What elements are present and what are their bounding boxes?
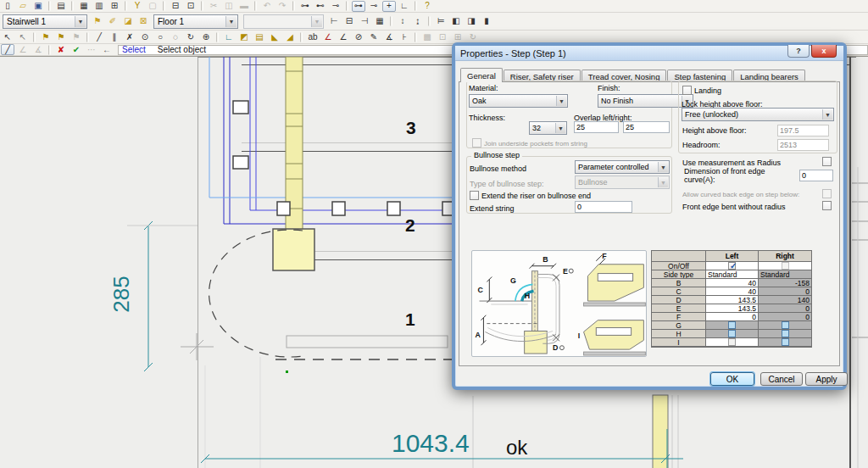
constraint-free-icon[interactable]: ⊸ <box>367 1 381 12</box>
side-option-left-checkbox[interactable] <box>728 338 736 346</box>
side-option-right-checkbox[interactable] <box>782 338 789 346</box>
cut-icon[interactable]: ✂ <box>207 1 220 12</box>
stair-points-icon[interactable]: Y <box>131 1 144 12</box>
angle-dimension-icon[interactable]: ∠ <box>321 31 335 42</box>
left-value-cell[interactable]: 143.5 <box>706 304 759 313</box>
confirm-draw-icon[interactable]: ✔ <box>70 44 83 55</box>
front-edge-bent-checkbox[interactable] <box>822 201 832 210</box>
pocket-icon[interactable]: ▤ <box>253 31 266 42</box>
erase-line-icon[interactable]: ✗ <box>123 31 136 42</box>
fit-window-icon[interactable]: ⊞ <box>108 1 121 12</box>
form-view-icon[interactable]: ▥ <box>92 1 106 12</box>
bevel-icon[interactable]: ◩ <box>237 31 251 42</box>
side-option-right-checkbox[interactable] <box>782 321 789 329</box>
rotate-icon[interactable]: ↻ <box>184 31 198 42</box>
parallel-line-icon[interactable]: ∥ <box>108 31 121 42</box>
line-icon[interactable]: ╱ <box>92 31 106 42</box>
report-icon[interactable]: ▤ <box>54 1 68 12</box>
stairwell-select[interactable]: Stairwell 1 ▼ <box>3 14 87 29</box>
cancel-button[interactable]: Cancel <box>760 372 803 386</box>
side-option-right-checkbox[interactable] <box>782 330 789 337</box>
ok-button[interactable]: OK <box>710 372 754 386</box>
select-multi-icon[interactable]: ↖ <box>16 31 30 42</box>
link-settings-icon[interactable]: ⊷ <box>314 1 327 12</box>
stairwell-flag-icon[interactable]: ⚑ <box>91 16 104 27</box>
wedge-right-icon[interactable]: ◢ <box>283 31 297 42</box>
zoom-extents-icon[interactable]: ⊞ <box>451 31 465 42</box>
corner-reference-icon[interactable]: ∟ <box>398 1 411 12</box>
align-center-icon[interactable]: ⊟ <box>342 16 356 27</box>
material-select[interactable]: Oak ▼ <box>469 94 568 108</box>
attach-icon[interactable]: ⊦ <box>398 31 411 42</box>
materials-icon[interactable]: ◪ <box>121 16 135 27</box>
apply-button[interactable]: Apply <box>805 372 848 386</box>
extend-string-input[interactable] <box>575 201 632 213</box>
wedge-left-icon[interactable]: ◣ <box>268 31 281 42</box>
copy-icon[interactable]: ◫ <box>222 1 236 12</box>
bullnose-method-select[interactable]: Parameter controlled ▼ <box>575 160 670 174</box>
constraint-pair-icon[interactable]: ⊶ <box>352 1 365 12</box>
layers-icon[interactable]: ⊠ <box>136 16 150 27</box>
extend-riser-checkbox[interactable] <box>470 191 479 200</box>
text-icon[interactable]: ab <box>306 31 320 42</box>
thickness-select[interactable]: 32 ▼ <box>529 121 567 135</box>
print-preview-icon[interactable]: ⊡ <box>184 1 198 12</box>
circle-center-icon[interactable]: ⊙ <box>138 31 152 42</box>
help-icon[interactable]: ? <box>420 1 434 12</box>
help-button[interactable]: ? <box>787 45 810 58</box>
sketch-icon[interactable]: ✎ <box>367 31 381 42</box>
onoff-right-checkbox[interactable] <box>782 262 789 270</box>
close-button[interactable]: x <box>811 45 837 58</box>
back-icon[interactable]: ← <box>100 44 114 55</box>
dialog-titlebar[interactable]: Properties - Step (Step 1) <box>455 46 843 61</box>
angle-measure-icon[interactable]: ∠ <box>337 31 350 42</box>
side-option-left-checkbox[interactable] <box>728 321 736 329</box>
part-move-icon[interactable]: ⚑ <box>54 31 68 42</box>
align-bottom-icon[interactable]: ↨ <box>411 16 425 27</box>
use-measurement-checkbox[interactable] <box>822 157 832 166</box>
refresh-view-icon[interactable]: ↻ <box>466 31 480 42</box>
left-value-cell[interactable]: 0 <box>706 313 759 321</box>
more-options-icon[interactable]: ⋯ <box>85 44 98 55</box>
match-width-icon[interactable]: ◧ <box>449 16 463 27</box>
left-value-cell[interactable]: 40 <box>706 279 759 287</box>
tools-icon[interactable]: ✐ <box>106 16 120 27</box>
match-left-icon[interactable]: ⊨ <box>434 16 448 27</box>
draw-line-icon[interactable]: ╱ <box>1 44 14 55</box>
check-measure-icon[interactable]: ∡ <box>382 31 396 42</box>
link-refresh-icon[interactable]: ⊸ <box>329 1 342 12</box>
match-height-icon[interactable]: ◨ <box>465 16 478 27</box>
newel-post[interactable] <box>273 229 314 270</box>
lower-post[interactable] <box>653 395 678 468</box>
move-icon[interactable]: ⊕ <box>199 31 213 42</box>
baluster-squares[interactable] <box>233 101 455 215</box>
left-value-cell[interactable]: 40 <box>706 287 759 296</box>
link-icon[interactable]: ⊶ <box>298 1 312 12</box>
left-value-cell[interactable]: 143.5 <box>706 296 759 304</box>
print-icon[interactable]: ⊟ <box>169 1 182 12</box>
new-document-icon[interactable]: ▯ <box>1 1 14 12</box>
lock-height-select[interactable]: Free (unlocked) ▼ <box>682 108 834 121</box>
overlap-right-input[interactable] <box>623 121 670 133</box>
open-folder-icon[interactable]: ▱ <box>16 1 30 12</box>
side-type-left-cell[interactable]: Standard <box>706 270 759 279</box>
redo-icon[interactable]: ↷ <box>275 1 289 12</box>
floor-select[interactable]: Floor 1 ▼ <box>153 14 238 29</box>
save-icon[interactable]: ▣ <box>31 1 45 12</box>
snapshot-icon[interactable]: ▢ <box>146 1 159 12</box>
landing-checkbox[interactable] <box>682 86 692 95</box>
arc-icon[interactable]: ◌ <box>169 31 182 42</box>
align-top-icon[interactable]: ↕ <box>396 16 409 27</box>
onoff-left-checkbox[interactable] <box>728 262 736 270</box>
select-icon[interactable]: ↖ <box>1 31 14 42</box>
overlap-left-input[interactable] <box>574 121 619 133</box>
dialog-tab[interactable]: General <box>460 68 503 82</box>
side-option-left-checkbox[interactable] <box>728 330 736 337</box>
undo-icon[interactable]: ↶ <box>260 1 274 12</box>
region-zoom-icon[interactable]: ▩ <box>420 31 434 42</box>
corner-tool-icon[interactable]: ∟ <box>222 31 236 42</box>
align-left-icon[interactable]: ⊢ <box>327 16 341 27</box>
snap-origin-icon[interactable]: + <box>382 1 396 12</box>
draw-arc-icon[interactable]: ∡ <box>31 44 45 55</box>
table-view-icon[interactable]: ▦ <box>77 1 91 12</box>
